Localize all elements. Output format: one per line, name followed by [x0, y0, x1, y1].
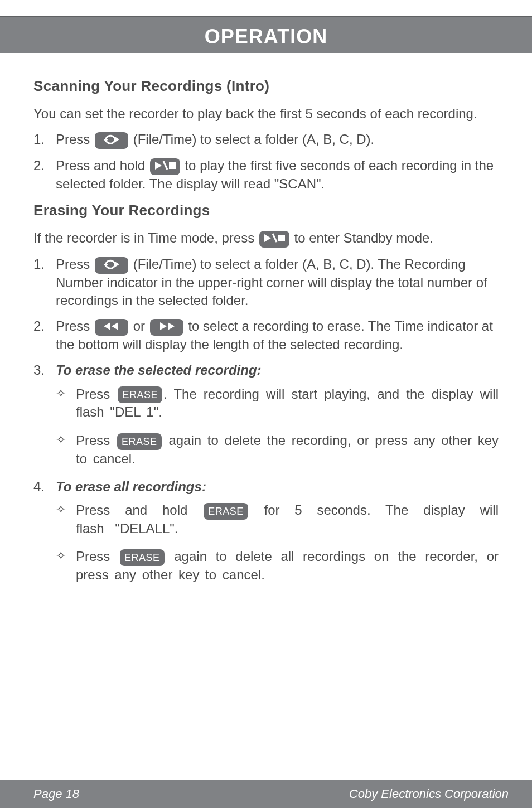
erasing-intro-b: to enter Standby mode.	[294, 230, 434, 245]
page-body: OPERATION Scanning Your Recordings (Intr…	[0, 0, 532, 780]
content-area: Scanning Your Recordings (Intro) You can…	[0, 53, 532, 584]
erase-step-4: To erase all recordings: Press and hold …	[33, 478, 499, 584]
scanning-steps: Press (File/Time) to select a folder (A,…	[33, 130, 499, 193]
erase-step-4-s2a: Press	[76, 549, 119, 564]
erase-step-3-s2: Press ERASE again to delete the recordin…	[56, 432, 499, 468]
erase-button-icon: ERASE	[118, 386, 162, 403]
erase-step-4-s2: Press ERASE again to delete all recordin…	[56, 548, 499, 584]
erase-button-icon: ERASE	[120, 549, 165, 566]
section-title: OPERATION	[205, 25, 327, 48]
erase-step-3-title: To erase the selected recording:	[56, 362, 262, 378]
scan-step-1b: (File/Time) to select a folder (A, B, C,…	[133, 132, 375, 147]
erase-step-3-s2a: Press	[76, 433, 116, 448]
rewind-icon	[95, 319, 128, 336]
footer-company: Coby Electronics Corporation	[349, 787, 509, 801]
erase-step-3-s1: Press ERASE. The recording will start pl…	[56, 385, 499, 422]
erase-step-3-sub: Press ERASE. The recording will start pl…	[56, 385, 499, 468]
page-number: Page 18	[33, 787, 79, 801]
scanning-intro: You can set the recorder to play back th…	[33, 105, 499, 123]
erasing-intro: If the recorder is in Time mode, press t…	[33, 229, 499, 248]
file-time-icon	[95, 257, 128, 274]
fast-forward-icon	[150, 319, 183, 336]
erasing-intro-a: If the recorder is in Time mode, press	[33, 230, 258, 245]
play-stop-icon	[150, 158, 180, 175]
svg-rect-1	[278, 235, 285, 241]
page-footer: Page 18 Coby Electronics Corporation	[0, 780, 532, 808]
erase-step-1a: Press	[56, 257, 94, 272]
heading-erasing: Erasing Your Recordings	[33, 201, 499, 220]
erase-step-4-title: To erase all recordings:	[56, 479, 206, 494]
section-title-bar: OPERATION	[0, 16, 532, 53]
erase-button-icon: ERASE	[117, 433, 162, 450]
erasing-steps: Press (File/Time) to select a folder (A,…	[33, 255, 499, 584]
erase-button-icon: ERASE	[204, 503, 248, 520]
play-stop-icon	[259, 231, 289, 248]
file-time-icon	[95, 132, 128, 149]
erase-step-4-sub: Press and hold ERASE for 5 seconds. The …	[56, 501, 499, 584]
scan-step-2: Press and hold to play the first five se…	[33, 157, 499, 193]
scan-step-1a: Press	[56, 132, 94, 147]
erase-step-4-s1a: Press and hold	[76, 502, 202, 517]
scan-step-1: Press (File/Time) to select a folder (A,…	[33, 130, 499, 149]
erase-step-2a: Press	[56, 318, 94, 333]
erase-step-2: Press or to select a recording to erase.…	[33, 317, 499, 354]
scan-step-2a: Press and hold	[56, 158, 149, 173]
erase-step-1: Press (File/Time) to select a folder (A,…	[33, 255, 499, 309]
svg-rect-0	[169, 162, 176, 169]
top-margin	[0, 0, 532, 16]
erase-step-4-s1: Press and hold ERASE for 5 seconds. The …	[56, 501, 499, 538]
heading-scanning: Scanning Your Recordings (Intro)	[33, 76, 499, 96]
erase-step-3: To erase the selected recording: Press E…	[33, 361, 499, 467]
erase-step-2or: or	[133, 318, 149, 333]
erase-step-3-s1a: Press	[76, 386, 117, 401]
